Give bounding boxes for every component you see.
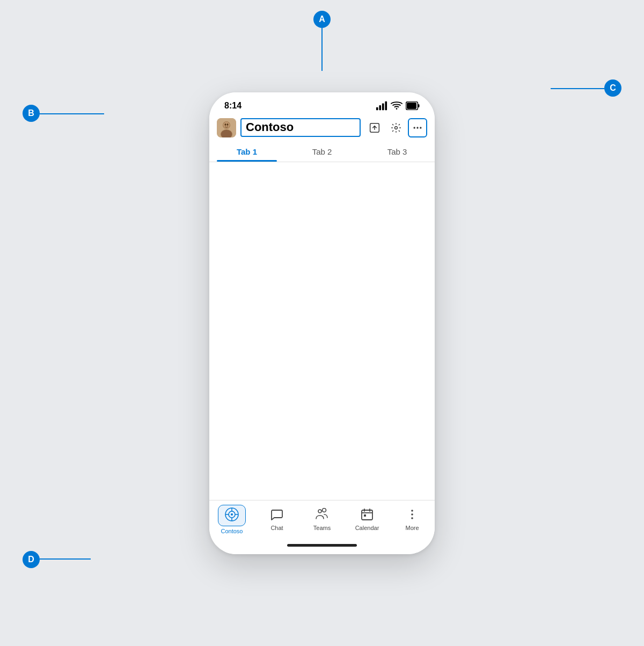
nav-item-teams[interactable]: Teams bbox=[306, 508, 338, 531]
svg-point-18 bbox=[416, 127, 418, 128]
svg-point-27 bbox=[318, 510, 321, 513]
svg-rect-6 bbox=[418, 104, 420, 107]
nav-label-chat: Chat bbox=[270, 525, 283, 531]
svg-point-22 bbox=[231, 513, 233, 516]
home-indicator bbox=[209, 540, 435, 554]
svg-point-17 bbox=[414, 127, 415, 128]
nav-item-chat[interactable]: Chat bbox=[261, 508, 293, 531]
bottom-nav: Contoso Chat bbox=[209, 500, 435, 540]
svg-point-28 bbox=[323, 508, 326, 512]
svg-point-4 bbox=[396, 108, 398, 110]
header-actions bbox=[365, 118, 427, 137]
nav-icon-contoso-wrap bbox=[218, 505, 246, 526]
nav-label-teams: Teams bbox=[313, 525, 331, 531]
nav-label-contoso: Contoso bbox=[221, 528, 243, 534]
svg-rect-1 bbox=[379, 105, 381, 110]
svg-rect-0 bbox=[376, 107, 378, 110]
content-area bbox=[209, 162, 435, 500]
status-bar: 8:14 bbox=[209, 92, 435, 115]
svg-point-34 bbox=[411, 510, 413, 512]
chat-icon bbox=[270, 508, 283, 523]
annotation-b: B bbox=[23, 105, 40, 122]
svg-point-16 bbox=[395, 126, 398, 129]
svg-point-35 bbox=[411, 513, 413, 516]
share-button[interactable] bbox=[365, 118, 384, 137]
line-c bbox=[551, 88, 604, 89]
tab-3[interactable]: Tab 3 bbox=[360, 141, 435, 162]
svg-point-12 bbox=[225, 124, 226, 126]
header-title: Contoso bbox=[246, 120, 294, 134]
teams-icon bbox=[314, 508, 330, 523]
more-button[interactable] bbox=[408, 118, 427, 137]
gear-icon bbox=[391, 122, 401, 133]
signal-icon bbox=[376, 100, 387, 112]
svg-rect-7 bbox=[407, 103, 416, 109]
tab-2[interactable]: Tab 2 bbox=[284, 141, 360, 162]
more-nav-icon bbox=[406, 508, 419, 523]
home-bar bbox=[287, 544, 357, 547]
header-title-box: Contoso bbox=[240, 118, 361, 136]
nav-item-more[interactable]: More bbox=[396, 508, 428, 531]
nav-label-calendar: Calendar bbox=[355, 525, 379, 531]
tab-1[interactable]: Tab 1 bbox=[209, 141, 284, 162]
avatar bbox=[217, 118, 236, 137]
battery-icon bbox=[406, 101, 420, 110]
svg-point-36 bbox=[411, 517, 413, 519]
share-icon bbox=[369, 122, 380, 133]
svg-rect-33 bbox=[364, 514, 366, 517]
avatar-svg bbox=[217, 118, 236, 137]
svg-point-19 bbox=[420, 127, 421, 128]
settings-button[interactable] bbox=[386, 118, 406, 137]
nav-item-calendar[interactable]: Calendar bbox=[351, 508, 383, 531]
line-d bbox=[40, 558, 91, 560]
annotation-c: C bbox=[604, 79, 621, 97]
svg-rect-2 bbox=[382, 103, 384, 110]
svg-point-13 bbox=[227, 124, 229, 126]
svg-rect-3 bbox=[385, 101, 387, 110]
wifi-icon bbox=[391, 100, 402, 112]
status-time: 8:14 bbox=[224, 101, 241, 111]
calendar-icon bbox=[361, 508, 374, 523]
phone-frame: 8:14 bbox=[209, 92, 435, 554]
annotation-a: A bbox=[313, 11, 331, 28]
tabs-bar: Tab 1 Tab 2 Tab 3 bbox=[209, 141, 435, 162]
contoso-icon bbox=[225, 511, 239, 524]
nav-label-more: More bbox=[405, 525, 419, 531]
annotation-d: D bbox=[23, 551, 40, 568]
status-icons bbox=[376, 100, 420, 112]
more-icon bbox=[412, 122, 423, 133]
svg-rect-29 bbox=[362, 510, 372, 520]
app-header: Contoso bbox=[209, 115, 435, 141]
line-b bbox=[40, 113, 104, 114]
outer-wrapper: A B C D 8:14 bbox=[0, 0, 644, 646]
line-a bbox=[321, 28, 323, 71]
nav-item-contoso[interactable]: Contoso bbox=[216, 505, 248, 534]
